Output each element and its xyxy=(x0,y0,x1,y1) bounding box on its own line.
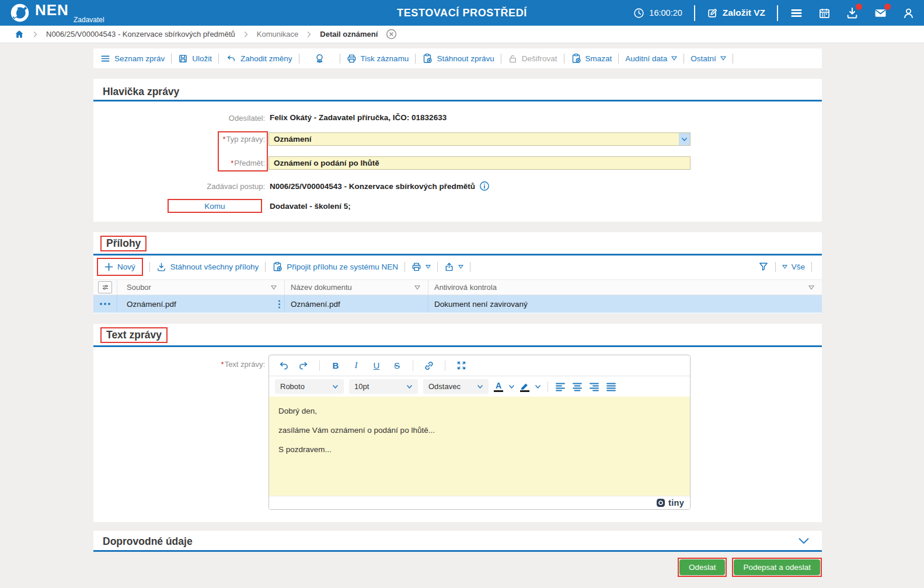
sign-and-send-button-annotation: Podepsat a odeslat xyxy=(732,558,822,577)
other-menu[interactable]: Ostatní xyxy=(691,54,726,63)
download-icon xyxy=(156,262,166,272)
audit-data-menu[interactable]: Auditní data xyxy=(625,54,677,63)
block-format-select[interactable]: Odstavec xyxy=(423,379,489,394)
download-message-button[interactable]: Stáhnout zprávu xyxy=(422,53,494,64)
breadcrumb-item-current: Detail oznámení xyxy=(320,30,378,38)
align-justify-icon xyxy=(606,382,616,391)
chevron-down-icon xyxy=(671,56,677,61)
info-icon[interactable] xyxy=(479,181,490,191)
drag-handle-icon[interactable] xyxy=(277,299,281,309)
recipients-button[interactable]: Komu xyxy=(168,199,262,213)
column-settings-button[interactable] xyxy=(98,281,112,293)
column-header-soubor[interactable]: Soubor xyxy=(117,280,284,295)
select-chevron[interactable] xyxy=(679,133,690,145)
subject-label: *Předmět: xyxy=(93,159,265,167)
column-filter-icon[interactable] xyxy=(414,285,420,290)
discard-changes-button[interactable]: Zahodit změny xyxy=(225,54,292,64)
cell-nazev: Oznámení.pdf xyxy=(284,295,428,313)
align-left-button[interactable] xyxy=(555,382,566,391)
header-divider xyxy=(777,5,778,21)
user-icon[interactable] xyxy=(902,7,915,19)
new-attachment-button[interactable]: Nový xyxy=(97,258,143,276)
print-record-button[interactable]: Tisk záznamu xyxy=(347,54,409,64)
editor-toolbar-row1: B I U S xyxy=(269,355,690,376)
breadcrumb-separator-icon xyxy=(306,31,312,38)
section-rule xyxy=(93,345,822,347)
align-left-icon xyxy=(555,382,566,391)
toolbar-divider xyxy=(437,262,438,272)
send-button[interactable]: Odeslat xyxy=(679,559,726,575)
toolbar-divider xyxy=(775,262,776,272)
messages-button[interactable] xyxy=(874,6,887,20)
tiny-brand: tiny xyxy=(668,498,684,508)
breadcrumb-item-komunikace[interactable]: Komunikace xyxy=(257,30,299,38)
highlight-menu-chevron[interactable] xyxy=(535,384,541,389)
download-all-attachments-button[interactable]: Stáhnout všechny přílohy xyxy=(156,262,259,272)
create-vz-button[interactable]: Založit VZ xyxy=(707,8,765,19)
expand-section-chevron-icon[interactable] xyxy=(797,536,810,547)
filter-all-menu[interactable]: Vše xyxy=(782,262,805,271)
align-justify-button[interactable] xyxy=(605,382,617,391)
link-button[interactable] xyxy=(423,360,435,371)
send-button-annotation: Odeslat xyxy=(678,558,727,577)
downloads-button[interactable] xyxy=(846,6,859,19)
text-color-menu-chevron[interactable] xyxy=(508,384,515,389)
bold-button[interactable]: B xyxy=(330,360,341,370)
breadcrumb-item-procedure[interactable]: N006/25/V00004543 - Konzervace sbírkovýc… xyxy=(46,30,235,38)
calendar-icon[interactable] xyxy=(818,7,831,19)
undo-button[interactable] xyxy=(277,360,289,371)
home-icon[interactable] xyxy=(14,29,25,40)
message-text-title-annotation: Text zprávy xyxy=(100,327,168,343)
column-header-nazev[interactable]: Název dokumentu xyxy=(284,280,428,295)
attachments-section: Přílohy Nový Stáhnout všechny přílohy Př… xyxy=(93,232,822,313)
delete-button[interactable]: Smazat xyxy=(571,53,612,64)
redo-button[interactable] xyxy=(298,360,309,371)
decrypt-button[interactable]: Dešifrovat xyxy=(508,54,557,64)
message-header-section: Hlavička zprávy Odesílatel: Felix Okátý … xyxy=(93,79,822,222)
print-attachments-menu[interactable] xyxy=(412,262,431,272)
clock-display: 16:00:20 xyxy=(633,8,682,19)
close-tab-icon[interactable] xyxy=(386,29,397,40)
editor-content-area[interactable]: Dobrý den, zasíláme Vám oznámení o podán… xyxy=(269,397,690,496)
italic-button[interactable]: I xyxy=(350,360,362,370)
menu-icon[interactable] xyxy=(790,6,803,20)
text-color-button[interactable]: A xyxy=(494,382,503,392)
highlight-color-swatch xyxy=(520,390,529,392)
message-type-select[interactable]: Oznámení xyxy=(269,132,691,146)
nen-logo: NEN Zadavatel xyxy=(0,2,104,23)
fullscreen-button[interactable] xyxy=(455,360,467,370)
clipboard-download-icon xyxy=(422,53,433,64)
strikethrough-button[interactable]: S xyxy=(391,360,403,370)
editor-paragraph: zasíláme Vám oznámení o podání po lhůtě.… xyxy=(278,426,681,436)
section-rule xyxy=(93,550,822,552)
seal-button[interactable] xyxy=(314,53,325,64)
save-button[interactable]: Uložit xyxy=(178,54,212,64)
toolbar-divider xyxy=(405,262,405,272)
highlight-color-button[interactable] xyxy=(520,382,529,392)
align-center-button[interactable] xyxy=(571,382,583,391)
table-row[interactable]: Oznámení.pdf Oznámení.pdf Dokument není … xyxy=(93,295,822,313)
export-icon xyxy=(444,262,454,272)
export-attachments-menu[interactable] xyxy=(444,262,463,272)
environment-title: TESTOVACÍ PROSTŘEDÍ xyxy=(397,7,527,19)
sign-and-send-button[interactable]: Podepsat a odeslat xyxy=(734,559,820,575)
underline-button[interactable]: U xyxy=(371,360,382,370)
cell-soubor: Oznámení.pdf xyxy=(117,295,284,313)
font-family-select[interactable]: Roboto xyxy=(275,379,344,394)
toolbar-divider xyxy=(618,54,619,64)
column-header-antivir[interactable]: Antivirová kontrola xyxy=(428,280,822,295)
column-filter-icon[interactable] xyxy=(808,285,814,290)
message-list-button[interactable]: Seznam zpráv xyxy=(100,54,165,64)
funnel-icon[interactable] xyxy=(758,261,769,272)
subject-input[interactable]: Oznámení o podání po lhůtě xyxy=(269,156,691,170)
richtext-editor: B I U S Roboto 10pt Odstavec xyxy=(269,355,691,510)
attach-from-nen-button[interactable]: Připojit přílohu ze systému NEN xyxy=(272,261,398,272)
font-size-select[interactable]: 10pt xyxy=(349,379,418,394)
record-toolbar: Seznam zpráv Uložit Zahodit změny Tisk z… xyxy=(93,48,822,68)
current-time: 16:00:20 xyxy=(649,8,682,18)
align-right-button[interactable] xyxy=(588,382,600,391)
attachments-title-annotation: Přílohy xyxy=(100,236,147,251)
row-menu-button[interactable] xyxy=(93,301,117,307)
column-filter-icon[interactable] xyxy=(271,285,277,290)
editor-divider xyxy=(413,360,413,371)
